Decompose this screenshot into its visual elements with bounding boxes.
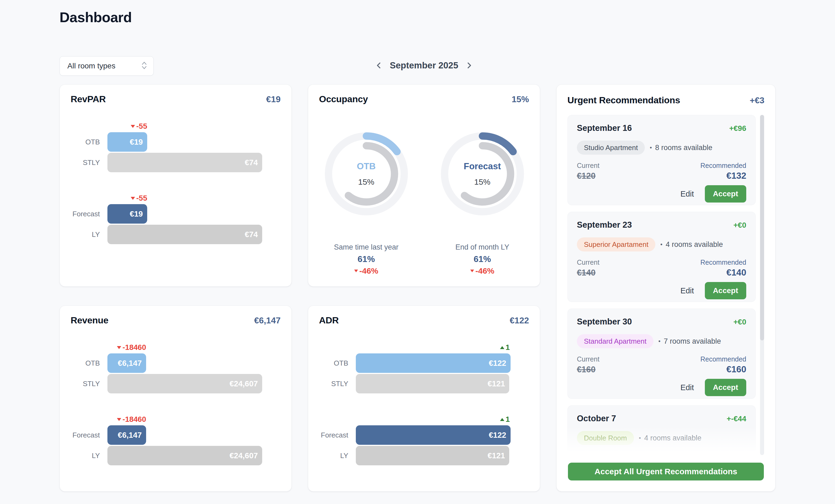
adr-header-value: €122: [510, 316, 529, 326]
gauge-footnote: End of month LY: [424, 243, 540, 251]
revpar-stly-bar: €74: [107, 153, 262, 172]
current-label: Current: [577, 258, 599, 266]
gauge-compare-value: 61%: [424, 254, 540, 264]
revpar-header-value: €19: [266, 94, 281, 104]
revpar-otb-delta: -55: [131, 122, 147, 131]
month-label: September 2025: [390, 60, 458, 70]
adr-title: ADR: [319, 315, 339, 326]
row-label: STLY: [70, 374, 100, 394]
row-label: LY: [70, 225, 100, 244]
recommendation-card: September 16 +€96 Studio Apartment • 8 r…: [567, 115, 756, 205]
occupancy-card: Occupancy 15% OTB 15% Same time last yea…: [308, 84, 540, 287]
chevron-left-icon: [374, 61, 384, 70]
row-label: OTB: [70, 353, 100, 373]
occupancy-otb-gauge: OTB 15% Same time last year 61% -46%: [308, 131, 424, 275]
current-price: €120: [577, 171, 595, 181]
revpar-card: RevPAR €19 -55 OTB €19 STLY €74 -55 Fore…: [60, 84, 292, 287]
urgent-title: Urgent Recommendations: [567, 95, 680, 105]
room-type-badge: Studio Apartment: [577, 141, 645, 155]
edit-button[interactable]: Edit: [680, 190, 694, 198]
bullet-separator: •: [650, 144, 652, 151]
recommendation-date: September 30: [577, 317, 632, 327]
scrollbar-thumb[interactable]: [760, 115, 764, 340]
revenue-forecast-delta: -18460: [117, 415, 146, 424]
gauge-label: OTB: [357, 161, 376, 171]
prev-month-button[interactable]: [371, 58, 386, 73]
row-label: OTB: [70, 132, 100, 152]
revenue-otb-bar: €6,147: [107, 353, 146, 373]
chevron-right-icon: [464, 61, 474, 70]
triangle-down-icon: [131, 197, 135, 200]
triangle-up-icon: [500, 346, 504, 349]
gauge-compare-value: 61%: [308, 254, 424, 264]
occupancy-header-value: 15%: [512, 94, 529, 104]
current-price: €140: [577, 268, 595, 278]
accept-button[interactable]: Accept: [705, 379, 746, 396]
row-label: Forecast: [70, 425, 100, 445]
recommendation-date: September 23: [577, 220, 632, 230]
row-label: LY: [319, 446, 348, 465]
rooms-available: 7 rooms available: [664, 337, 721, 345]
next-month-button[interactable]: [462, 58, 477, 73]
urgent-recommendations-panel: Urgent Recommendations +€3 September 16 …: [556, 84, 775, 491]
triangle-up-icon: [500, 418, 504, 421]
room-type-badge: Standard Apartment: [577, 334, 653, 348]
revpar-forecast-delta: -55: [131, 194, 147, 203]
recommendation-delta: +€0: [734, 221, 747, 230]
revenue-stly-bar: €24,607: [107, 374, 262, 394]
recommendation-delta: +€0: [734, 318, 747, 327]
rooms-available: 4 rooms available: [666, 240, 723, 249]
adr-stly-bar: €121: [356, 374, 509, 394]
recommended-price: €160: [727, 364, 746, 375]
page-title: Dashboard: [60, 9, 132, 25]
revenue-chart: -18460 OTB €6,147 STLY €24,607 -18460 Fo…: [70, 342, 281, 467]
recommendation-delta: +€96: [729, 124, 746, 133]
revenue-header-value: €6,147: [254, 316, 281, 326]
triangle-down-icon: [117, 418, 121, 421]
adr-ly-bar: €121: [356, 446, 509, 465]
revenue-otb-delta: -18460: [117, 343, 146, 352]
rooms-available: 8 rooms available: [655, 144, 712, 152]
bullet-separator: •: [639, 435, 641, 442]
edit-button[interactable]: Edit: [680, 286, 694, 295]
row-label: STLY: [70, 153, 100, 172]
gauge-label: Forecast: [464, 161, 501, 171]
occupancy-forecast-gauge: Forecast 15% End of month LY 61% -46%: [424, 131, 540, 275]
recommendation-date: September 16: [577, 123, 632, 133]
gauge-value: 15%: [474, 177, 490, 187]
month-navigation: September 2025: [371, 57, 477, 74]
occupancy-title: Occupancy: [319, 94, 368, 104]
recommendations-scroll-area[interactable]: September 16 +€96 Studio Apartment • 8 r…: [567, 115, 756, 455]
revpar-forecast-bar: €19: [107, 204, 147, 224]
recommendation-delta: +-€44: [727, 415, 746, 423]
revenue-card: Revenue €6,147 -18460 OTB €6,147 STLY €2…: [60, 306, 292, 491]
scrollbar-track[interactable]: [760, 115, 764, 455]
revpar-title: RevPAR: [70, 94, 106, 104]
gauge-delta: -46%: [308, 266, 424, 275]
row-label: LY: [70, 446, 100, 465]
current-label: Current: [577, 162, 599, 170]
gauge-footnote: Same time last year: [308, 243, 424, 251]
row-label: Forecast: [70, 204, 100, 224]
triangle-down-icon: [131, 125, 135, 128]
edit-button[interactable]: Edit: [680, 383, 694, 392]
adr-otb-delta: 1: [500, 343, 510, 352]
row-label: STLY: [319, 374, 348, 394]
room-type-select[interactable]: All room types: [60, 56, 154, 76]
gauge-delta: -46%: [424, 266, 540, 275]
adr-forecast-bar: €122: [356, 425, 511, 445]
recommended-label: Recommended: [700, 355, 746, 363]
row-label: Forecast: [319, 425, 348, 445]
revenue-ly-bar: €24,607: [107, 446, 262, 465]
recommendation-card: September 30 +€0 Standard Apartment • 7 …: [567, 309, 756, 399]
adr-card: ADR €122 1 OTB €122 STLY €121 1 Forecast…: [308, 306, 540, 491]
bullet-separator: •: [658, 338, 660, 345]
recommendation-card: October 7 +-€44 Double Room • 4 rooms av…: [567, 405, 756, 455]
current-price: €160: [577, 365, 595, 375]
accept-button[interactable]: Accept: [705, 282, 746, 299]
revpar-ly-bar: €74: [107, 225, 262, 244]
triangle-down-icon: [354, 270, 358, 272]
accept-all-button[interactable]: Accept All Urgent Recommendations: [568, 463, 764, 481]
triangle-down-icon: [117, 346, 121, 349]
accept-button[interactable]: Accept: [705, 185, 746, 203]
